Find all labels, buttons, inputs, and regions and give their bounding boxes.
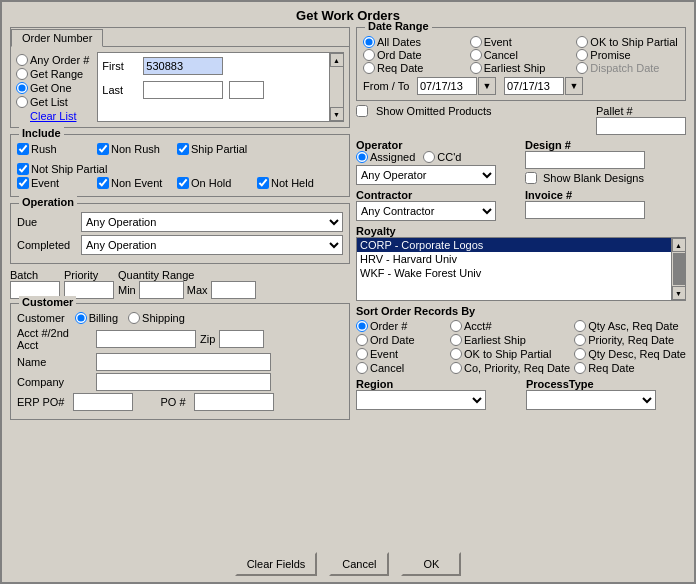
pallet-label: Pallet # xyxy=(596,105,686,117)
royalty-scroll-down[interactable]: ▼ xyxy=(672,286,686,300)
radio-sort-event[interactable]: Cancel xyxy=(356,362,446,374)
customer-group-label: Customer xyxy=(17,312,65,324)
name-label: Name xyxy=(17,356,92,368)
royalty-item-hrv[interactable]: HRV - Harvard Univ xyxy=(357,252,671,266)
radio-ord-date[interactable]: Ord Date xyxy=(363,49,466,61)
po-input[interactable] xyxy=(194,393,274,411)
radio-promise-date[interactable]: Promise xyxy=(576,49,679,61)
radio-any-order[interactable]: Any Order # xyxy=(16,54,89,66)
show-blank-check[interactable] xyxy=(525,172,537,184)
show-omitted-check[interactable] xyxy=(356,105,368,117)
name-input[interactable] xyxy=(96,353,271,371)
contractor-dropdown[interactable]: Any Contractor xyxy=(356,201,496,221)
acct-label: Acct #/2nd Acct xyxy=(17,327,92,351)
scroll-up-arrow[interactable]: ▲ xyxy=(330,53,344,67)
radio-ok-ship[interactable]: OK to Ship Partial xyxy=(576,36,679,48)
zip-label: Zip xyxy=(200,333,215,345)
radio-get-one[interactable]: Get One xyxy=(16,82,89,94)
cancel-button[interactable]: Cancel xyxy=(329,552,389,576)
radio-sort-co-priority[interactable]: Co, Priority, Req Date xyxy=(450,362,570,374)
show-omitted-label: Show Omitted Products xyxy=(376,105,492,117)
due-dropdown[interactable]: Any Operation xyxy=(81,212,343,232)
radio-sort-ok-ship[interactable]: OK to Ship Partial xyxy=(450,348,570,360)
radio-sort-earliest[interactable]: Earliest Ship xyxy=(450,334,570,346)
radio-cancel-date[interactable]: Cancel xyxy=(470,49,573,61)
check-not-held[interactable]: Not Held xyxy=(257,177,329,189)
last-label: Last xyxy=(102,84,137,96)
from-date-picker[interactable]: ▼ xyxy=(478,77,496,95)
batch-label: Batch xyxy=(10,269,60,281)
royalty-scroll-thumb[interactable] xyxy=(673,253,685,285)
radio-sort-qty-desc[interactable]: Qty Desc, Req Date xyxy=(574,348,686,360)
design-input[interactable] xyxy=(525,151,645,169)
clear-fields-button[interactable]: Clear Fields xyxy=(235,552,318,576)
clear-list-link[interactable]: Clear List xyxy=(30,110,76,122)
radio-get-range[interactable]: Get Range xyxy=(16,68,89,80)
radio-sort-qty-asc[interactable]: Qty Asc, Req Date xyxy=(574,320,686,332)
completed-label: Completed xyxy=(17,239,77,251)
dialog-title: Get Work Orders xyxy=(2,2,694,27)
radio-sort-req-date[interactable]: Req Date xyxy=(574,362,686,374)
operator-dropdown[interactable]: Any Operator xyxy=(356,165,496,185)
quantity-range-label: Quantity Range xyxy=(118,269,256,281)
radio-sort-acct[interactable]: Ord Date xyxy=(356,334,446,346)
radio-ccd[interactable]: CC'd xyxy=(423,151,461,163)
first-input[interactable] xyxy=(143,57,223,75)
contractor-label: Contractor xyxy=(356,189,517,201)
check-not-ship-partial[interactable]: Not Ship Partial xyxy=(17,163,107,175)
erp-po-input[interactable] xyxy=(73,393,133,411)
radio-get-list[interactable]: Get List xyxy=(16,96,89,108)
scroll-down-arrow[interactable]: ▼ xyxy=(330,107,344,121)
min-input[interactable] xyxy=(139,281,184,299)
company-input[interactable] xyxy=(96,373,271,391)
royalty-label: Royalty xyxy=(356,225,686,237)
radio-sort-priority-req[interactable]: Priority, Req Date xyxy=(574,334,686,346)
operation-label: Operation xyxy=(19,196,77,208)
radio-billing[interactable]: Billing xyxy=(75,312,118,324)
radio-sort-cancel[interactable]: Acct# xyxy=(450,320,570,332)
pallet-input[interactable] xyxy=(596,117,686,135)
region-dropdown[interactable] xyxy=(356,390,486,410)
last-input[interactable] xyxy=(143,81,223,99)
design-label: Design # xyxy=(525,139,686,151)
process-type-dropdown[interactable] xyxy=(526,390,656,410)
check-ship-partial[interactable]: Ship Partial xyxy=(177,143,249,155)
tab-order-number[interactable]: Order Number xyxy=(11,29,103,47)
check-non-rush[interactable]: Non Rush xyxy=(97,143,169,155)
check-rush[interactable]: Rush xyxy=(17,143,89,155)
max-input[interactable] xyxy=(211,281,256,299)
check-non-event[interactable]: Non Event xyxy=(97,177,169,189)
radio-all-dates[interactable]: All Dates xyxy=(363,36,466,48)
radio-dispatch-date[interactable]: Dispatch Date xyxy=(576,62,679,74)
royalty-scroll-up[interactable]: ▲ xyxy=(672,238,686,252)
royalty-item-wkf[interactable]: WKF - Wake Forest Univ xyxy=(357,266,671,280)
acct-input[interactable] xyxy=(96,330,196,348)
royalty-item-corp[interactable]: CORP - Corporate Logos xyxy=(357,238,671,252)
last-input-2[interactable] xyxy=(229,81,264,99)
from-date-input[interactable] xyxy=(417,77,477,95)
erp-po-label: ERP PO# xyxy=(17,396,65,408)
radio-req-date[interactable]: Req Date xyxy=(363,62,466,74)
due-label: Due xyxy=(17,216,77,228)
check-event[interactable]: Event xyxy=(17,177,89,189)
radio-sort-order[interactable]: Order # xyxy=(356,320,446,332)
radio-sort-ord-date[interactable]: Event xyxy=(356,348,446,360)
region-label: Region xyxy=(356,378,516,390)
company-label: Company xyxy=(17,376,92,388)
zip-input[interactable] xyxy=(219,330,264,348)
invoice-input[interactable] xyxy=(525,201,645,219)
radio-event-date[interactable]: Event xyxy=(470,36,573,48)
ok-button[interactable]: OK xyxy=(401,552,461,576)
radio-shipping[interactable]: Shipping xyxy=(128,312,185,324)
radio-assigned[interactable]: Assigned xyxy=(356,151,415,163)
priority-label: Priority xyxy=(64,269,114,281)
to-date-input[interactable] xyxy=(504,77,564,95)
sort-order-label: Sort Order Records By xyxy=(356,305,686,317)
radio-earliest-ship[interactable]: Earliest Ship xyxy=(470,62,573,74)
po-label: PO # xyxy=(161,396,186,408)
date-range-label: Date Range xyxy=(365,20,432,32)
completed-dropdown[interactable]: Any Operation xyxy=(81,235,343,255)
to-date-picker[interactable]: ▼ xyxy=(565,77,583,95)
check-on-hold[interactable]: On Hold xyxy=(177,177,249,189)
include-label: Include xyxy=(19,127,64,139)
